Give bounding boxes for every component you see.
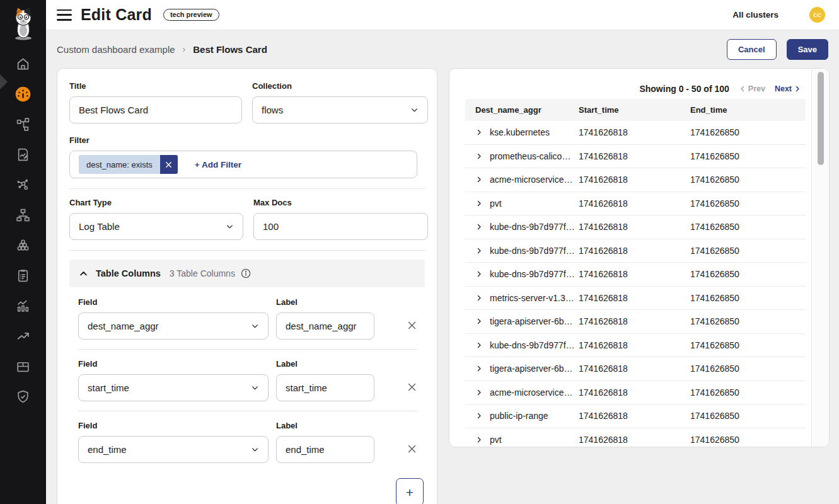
table-row[interactable]: kse.kubernetes 1741626818 1741626850 xyxy=(465,121,806,145)
avatar[interactable]: CC xyxy=(809,7,825,23)
cluster-selector[interactable]: All clusters xyxy=(732,10,778,20)
sidebar-item-flow-visualizations[interactable] xyxy=(0,169,46,200)
field-select[interactable]: dest_name_aggr xyxy=(78,312,269,340)
max-docs-input[interactable] xyxy=(253,213,428,240)
table-row[interactable]: kube-dns-9b7d977f… 1741626818 1741626850 xyxy=(465,239,806,263)
expand-row-icon[interactable] xyxy=(475,223,483,231)
sidebar-item-workloads[interactable] xyxy=(0,351,46,381)
hamburger-menu-icon[interactable] xyxy=(57,9,72,21)
cell-end-time: 1741626850 xyxy=(690,411,806,421)
collection-select[interactable]: flows xyxy=(252,96,428,123)
save-button[interactable]: Save xyxy=(787,39,828,60)
cell-end-time: 1741626850 xyxy=(690,198,806,209)
expand-row-icon[interactable] xyxy=(475,341,483,349)
table-row[interactable]: tigera-apiserver-6b… 1741626818 17416268… xyxy=(465,357,806,381)
table-column-row: Field dest_name_aggr Label xyxy=(78,297,417,350)
expand-row-icon[interactable] xyxy=(475,412,483,420)
sidebar-item-network-topology[interactable] xyxy=(0,200,46,230)
sidebar-item-reports[interactable] xyxy=(0,139,46,169)
topbar: Edit Card tech preview All clusters CC xyxy=(46,0,839,30)
expand-row-icon[interactable] xyxy=(475,389,483,396)
cell-start-time: 1741626818 xyxy=(579,151,690,161)
sidebar-item-dashboards[interactable] xyxy=(0,79,46,109)
close-icon xyxy=(407,444,417,454)
cell-start-time: 1741626818 xyxy=(579,364,690,374)
cell-end-time: 1741626850 xyxy=(690,175,806,185)
cell-start-time: 1741626818 xyxy=(579,269,690,279)
cell-start-time: 1741626818 xyxy=(579,246,690,256)
table-row[interactable]: prometheus-calico… 1741626818 1741626850 xyxy=(465,145,806,169)
info-icon[interactable] xyxy=(241,268,251,278)
label-input[interactable] xyxy=(276,436,374,463)
filter-chip: dest_name: exists xyxy=(79,155,178,174)
remove-column-button[interactable] xyxy=(407,312,417,339)
close-icon xyxy=(407,320,417,331)
cell-dest-name: kube-dns-9b7d977f… xyxy=(490,222,575,232)
sidebar-item-analytics[interactable] xyxy=(0,290,46,321)
column-header-dest-name-aggr: Dest_name_aggr xyxy=(465,105,579,115)
remove-filter-button[interactable] xyxy=(160,155,178,174)
remove-column-button[interactable] xyxy=(407,435,417,462)
table-row[interactable]: kube-dns-9b7d977f… 1741626818 1741626850 xyxy=(465,215,806,239)
table-row[interactable]: pvt 1741626818 1741626850 xyxy=(465,428,806,448)
tech-preview-badge: tech preview xyxy=(163,9,219,21)
remove-column-button[interactable] xyxy=(407,374,417,401)
scrollbar-track[interactable] xyxy=(811,69,829,447)
expand-row-icon[interactable] xyxy=(475,152,483,160)
screen: Edit Card tech preview All clusters CC C… xyxy=(0,0,839,504)
table-row[interactable]: pvt 1741626818 1741626850 xyxy=(465,192,806,216)
add-column-button[interactable]: + xyxy=(396,478,424,504)
sidebar-item-service-graph[interactable] xyxy=(0,109,46,139)
clipboard-list-icon xyxy=(15,268,31,284)
table-row[interactable]: acme-microservice… 1741626818 1741626850 xyxy=(465,381,806,405)
field-select[interactable]: end_time xyxy=(78,436,269,463)
sidebar-nav xyxy=(0,49,46,411)
column-header-start-time: Start_time xyxy=(579,105,690,115)
cell-dest-name: kse.kubernetes xyxy=(490,127,550,137)
table-columns-section-header[interactable]: Table Columns 3 Table Columns xyxy=(69,260,425,287)
cell-end-time: 1741626850 xyxy=(690,151,806,161)
cell-end-time: 1741626850 xyxy=(690,222,806,232)
table-row[interactable]: kube-dns-9b7d977f… 1741626818 1741626850 xyxy=(465,263,806,287)
max-docs-label: Max Docs xyxy=(253,198,428,207)
expand-row-icon[interactable] xyxy=(475,294,483,302)
chevron-down-icon xyxy=(410,106,419,114)
cell-dest-name: pvt xyxy=(490,198,502,209)
label-label: Label xyxy=(276,359,374,369)
sidebar-item-security[interactable] xyxy=(0,381,46,411)
expand-row-icon[interactable] xyxy=(475,200,483,207)
expand-row-icon[interactable] xyxy=(475,436,483,444)
sidebar-item-trends[interactable] xyxy=(0,321,46,351)
prev-page-button[interactable]: Prev xyxy=(739,84,765,93)
cancel-button[interactable]: Cancel xyxy=(727,39,777,60)
expand-row-icon[interactable] xyxy=(475,365,483,372)
scrollbar-thumb[interactable] xyxy=(818,72,824,165)
sidebar xyxy=(0,0,46,504)
label-input[interactable] xyxy=(276,374,374,401)
breadcrumb-parent[interactable]: Custom dashboard example xyxy=(57,44,175,55)
expand-row-icon[interactable] xyxy=(475,176,483,183)
dashboard-gauge-icon xyxy=(14,86,32,103)
label-input[interactable] xyxy=(276,312,374,340)
title-input[interactable] xyxy=(69,96,242,123)
chart-type-select[interactable]: Log Table xyxy=(69,213,243,240)
brand-logo xyxy=(0,0,46,42)
sidebar-item-home[interactable] xyxy=(0,49,46,79)
field-label: Field xyxy=(78,421,269,430)
field-select[interactable]: start_time xyxy=(78,374,269,401)
expand-row-icon[interactable] xyxy=(475,129,483,136)
next-page-button[interactable]: Next xyxy=(775,84,801,93)
add-filter-button[interactable]: + Add Filter xyxy=(195,160,241,169)
trending-arrow-icon xyxy=(15,328,31,344)
sidebar-item-policies[interactable] xyxy=(0,260,46,290)
table-row[interactable]: metrics-server-v1.3… 1741626818 17416268… xyxy=(465,287,806,311)
expand-row-icon[interactable] xyxy=(475,318,483,325)
sidebar-item-clusters[interactable] xyxy=(0,230,46,260)
expand-row-icon[interactable] xyxy=(475,247,483,255)
table-row[interactable]: acme-microservice… 1741626818 1741626850 xyxy=(465,168,806,192)
expand-row-icon[interactable] xyxy=(475,270,483,278)
table-row[interactable]: tigera-apiserver-6b… 1741626818 17416268… xyxy=(465,310,806,334)
preview-table-body: kse.kubernetes 1741626818 1741626850 pro… xyxy=(465,121,806,447)
table-row[interactable]: public-ip-range 1741626818 1741626850 xyxy=(465,404,806,428)
table-row[interactable]: kube-dns-9b7d977f… 1741626818 1741626850 xyxy=(465,334,806,358)
